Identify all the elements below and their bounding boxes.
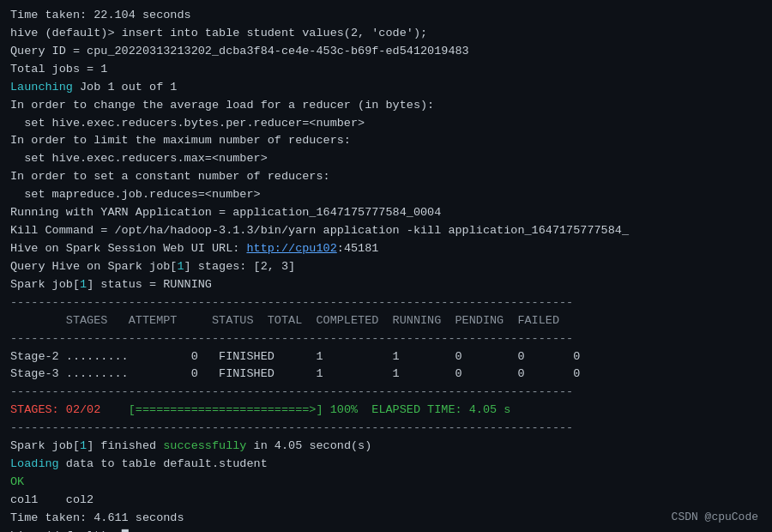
terminal-text: Spark job[: [10, 439, 80, 452]
terminal-text: In order to change the average load for …: [10, 99, 434, 112]
terminal-line: set hive.exec.reducers.max=<number>: [10, 150, 762, 168]
terminal-text: [100, 403, 128, 416]
terminal-text: ----------------------------------------…: [10, 332, 573, 345]
terminal-line: Spark job[1] finished successfully in 4.…: [10, 438, 762, 456]
terminal-text: data to table default.student: [66, 457, 268, 470]
terminal-line: ----------------------------------------…: [10, 294, 762, 312]
terminal-line: Query Hive on Spark job[1] stages: [2, 3…: [10, 258, 762, 276]
terminal-text: 1: [177, 260, 184, 273]
terminal-line: Running with YARN Application = applicat…: [10, 204, 762, 222]
terminal-text: in 4.05 second(s): [246, 439, 371, 452]
terminal-line: ----------------------------------------…: [10, 330, 762, 348]
terminal-text: set hive.exec.reducers.max=<number>: [10, 152, 268, 165]
terminal-line: In order to set a constant number of red…: [10, 168, 762, 186]
terminal-line: OK: [10, 474, 762, 492]
terminal-line: set mapreduce.job.reduces=<number>: [10, 186, 762, 204]
terminal-text: Kill Command = /opt/ha/hadoop-3.1.3/bin/…: [10, 224, 629, 237]
terminal-text: Running with YARN Application = applicat…: [10, 206, 441, 219]
terminal-line: STAGES ATTEMPT STATUS TOTAL COMPLETED RU…: [10, 312, 762, 330]
terminal-line: Spark job[1] status = RUNNING: [10, 276, 762, 294]
terminal-line: In order to limit the maximum number of …: [10, 132, 762, 150]
terminal-line: Stage-2 ......... 0 FINISHED 1 1 0 0 0: [10, 348, 762, 366]
terminal-text: Launching: [10, 81, 80, 94]
terminal-text: Query Hive on Spark job[: [10, 260, 177, 273]
terminal-line: set hive.exec.reducers.bytes.per.reducer…: [10, 115, 762, 133]
terminal-text: ----------------------------------------…: [10, 421, 573, 434]
terminal-text: successfully: [163, 439, 246, 452]
terminal-text: http://cpu102: [246, 242, 336, 255]
terminal-line: STAGES: 02/02 [=========================…: [10, 402, 762, 420]
terminal-line: hive (default)> █: [10, 528, 762, 532]
terminal-line: ----------------------------------------…: [10, 384, 762, 402]
terminal-text: ] status = RUNNING: [87, 278, 212, 291]
terminal-window: Time taken: 22.104 secondshive (default)…: [0, 0, 772, 532]
terminal-text: Stage-3 ......... 0 FINISHED 1 1 0 0 0: [10, 367, 580, 380]
terminal-line: Loading data to table default.student: [10, 456, 762, 474]
terminal-text: [=========================>] 100% ELAPSE…: [129, 403, 511, 416]
terminal-text: Loading: [10, 457, 66, 470]
terminal-line: Time taken: 4.611 seconds: [10, 510, 762, 528]
terminal-text: insert into table student values(2, 'cod…: [122, 27, 427, 39]
terminal-line: col1 col2: [10, 492, 762, 510]
terminal-text: ] stages: [2, 3]: [184, 260, 296, 273]
terminal-text: ----------------------------------------…: [10, 385, 573, 398]
terminal-text: Spark job[: [10, 278, 80, 291]
terminal-text: Total jobs = 1: [10, 63, 107, 76]
terminal-line: Total jobs = 1: [10, 61, 762, 79]
terminal-text: In order to set a constant number of red…: [10, 170, 330, 183]
terminal-line: Launching Job 1 out of 1: [10, 79, 762, 97]
terminal-text: 1: [80, 278, 87, 291]
terminal-line: In order to change the average load for …: [10, 97, 762, 115]
terminal-line: Query ID = cpu_20220313213202_dcba3f84-c…: [10, 43, 762, 61]
terminal-text: Job 1 out of 1: [80, 81, 177, 94]
terminal-line: hive (default)> insert into table studen…: [10, 25, 762, 43]
terminal-text: 1: [80, 439, 87, 452]
terminal-line: Hive on Spark Session Web UI URL: http:/…: [10, 240, 762, 258]
terminal-text: Hive on Spark Session Web UI URL:: [10, 242, 246, 255]
terminal-text: Time taken: 4.611 seconds: [10, 511, 184, 524]
terminal-text: set hive.exec.reducers.bytes.per.reducer…: [10, 117, 365, 130]
terminal-text: :45181: [337, 242, 379, 255]
terminal-line: Stage-3 ......... 0 FINISHED 1 1 0 0 0: [10, 366, 762, 384]
terminal-text: ] finished: [87, 439, 163, 452]
terminal-line: Kill Command = /opt/ha/hadoop-3.1.3/bin/…: [10, 222, 762, 240]
terminal-text: hive (default)>: [10, 27, 122, 39]
watermark: CSDN @cpuCode: [672, 511, 758, 523]
terminal-line: ----------------------------------------…: [10, 420, 762, 438]
terminal-text: STAGES ATTEMPT STATUS TOTAL COMPLETED RU…: [10, 314, 559, 327]
terminal-text: Stage-2 ......... 0 FINISHED 1 1 0 0 0: [10, 350, 580, 363]
terminal-text: Query ID = cpu_20220313213202_dcba3f84-c…: [10, 45, 469, 57]
terminal-text: STAGES: 02/02: [10, 403, 100, 416]
terminal-text: col1 col2: [10, 493, 93, 506]
terminal-text: OK: [10, 475, 24, 488]
terminal-text: Time taken: 22.104 seconds: [10, 9, 191, 21]
terminal-text: In order to limit the maximum number of …: [10, 134, 351, 147]
terminal-line: Time taken: 22.104 seconds: [10, 7, 762, 25]
terminal-text: ----------------------------------------…: [10, 296, 573, 309]
terminal-content: Time taken: 22.104 secondshive (default)…: [10, 7, 762, 532]
terminal-text: set mapreduce.job.reduces=<number>: [10, 188, 261, 201]
